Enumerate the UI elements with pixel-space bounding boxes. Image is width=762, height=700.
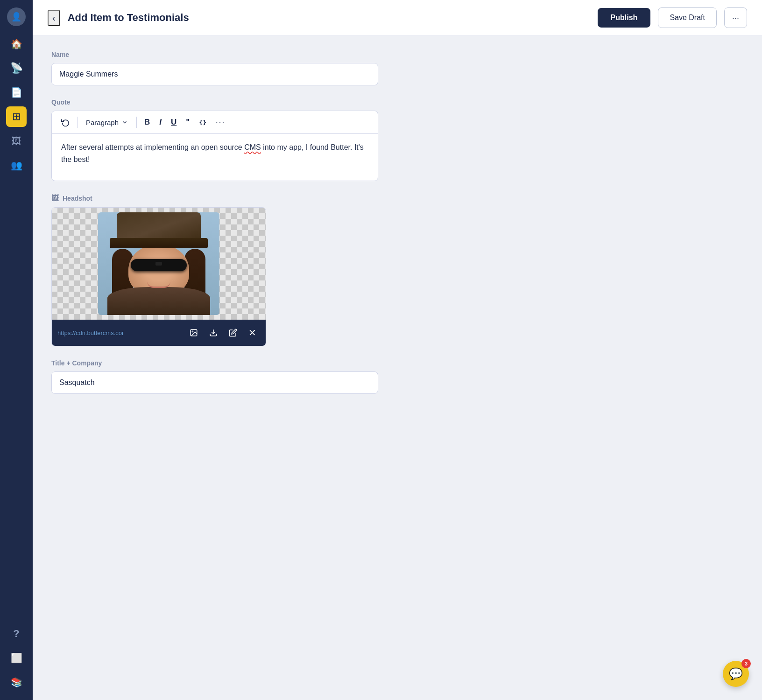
headshot-section: 🖼 Headshot [51, 194, 743, 346]
italic-button[interactable]: I [155, 115, 165, 130]
help-icon: ? [13, 628, 19, 640]
avatar-icon: 👤 [11, 12, 21, 22]
headshot-label-icon: 🖼 [51, 194, 59, 203]
title-company-input[interactable] [51, 371, 378, 394]
rte-toolbar: Paragraph B I U " {} ··· [52, 111, 378, 134]
publish-button[interactable]: Publish [598, 8, 651, 28]
sidebar-item-home[interactable]: 🏠 [6, 34, 27, 54]
toolbar-divider-2 [136, 117, 137, 128]
bold-button[interactable]: B [141, 115, 154, 130]
name-label: Name [51, 51, 743, 58]
title-company-section: Title + Company [51, 359, 743, 394]
sidebar-item-collections[interactable]: ⊞ [6, 106, 27, 127]
sidebar-item-pages[interactable]: 📄 [6, 82, 27, 103]
quote-section: Quote Paragraph [51, 98, 743, 181]
storage-icon: ⬜ [11, 652, 22, 664]
headshot-toolbar: https://cdn.buttercms.cor ✕ [52, 320, 266, 346]
cms-text: CMS [244, 143, 261, 151]
headshot-image-area [52, 208, 266, 320]
chat-widget[interactable]: 💬 3 [723, 661, 749, 687]
sidebar-item-media[interactable]: 🖼 [6, 131, 27, 151]
analytics-icon: 📡 [10, 62, 23, 74]
toolbar-divider-1 [77, 117, 78, 128]
headshot-url: https://cdn.buttercms.cor [57, 329, 182, 336]
rich-text-editor: Paragraph B I U " {} ··· [51, 111, 378, 181]
page-title: Add Item to Testimonials [68, 12, 590, 24]
name-input[interactable] [51, 63, 378, 85]
main-area: ‹ Add Item to Testimonials Publish Save … [33, 0, 762, 700]
chat-badge: 3 [741, 659, 751, 668]
media-icon: 🖼 [12, 136, 21, 147]
headshot-photo [98, 212, 219, 315]
topbar: ‹ Add Item to Testimonials Publish Save … [33, 0, 762, 36]
sidebar-item-help[interactable]: ? [6, 623, 27, 644]
sidebar-item-stacks[interactable]: 📚 [6, 672, 27, 693]
sidebar-item-storage[interactable]: ⬜ [6, 648, 27, 668]
undo-button[interactable] [57, 115, 73, 129]
quote-content-area[interactable]: After several attempts at implementing a… [52, 134, 378, 181]
sidebar-item-analytics[interactable]: 📡 [6, 58, 27, 78]
headshot-remove-button[interactable]: ✕ [245, 324, 260, 341]
quote-label: Quote [51, 98, 743, 106]
headshot-edit-button[interactable] [225, 326, 241, 340]
code-button[interactable]: {} [195, 116, 210, 129]
stacks-icon: 📚 [11, 677, 22, 688]
title-company-label: Title + Company [51, 359, 743, 367]
back-button[interactable]: ‹ [48, 10, 60, 26]
name-section: Name [51, 51, 743, 85]
headshot-upload-button[interactable] [186, 326, 202, 340]
sidebar: 👤 🏠 📡 📄 ⊞ 🖼 👥 ? ⬜ 📚 [0, 0, 33, 700]
save-draft-button[interactable]: Save Draft [658, 7, 717, 28]
headshot-download-button[interactable] [205, 326, 221, 340]
rte-more-button[interactable]: ··· [212, 115, 229, 130]
headshot-container: https://cdn.buttercms.cor ✕ [51, 207, 266, 346]
sidebar-item-users[interactable]: 👥 [6, 155, 27, 175]
underline-button[interactable]: U [167, 115, 180, 130]
svg-point-1 [192, 331, 193, 332]
paragraph-select[interactable]: Paragraph [81, 116, 133, 129]
chat-icon: 💬 [729, 667, 743, 680]
blockquote-button[interactable]: " [182, 115, 193, 130]
home-icon: 🏠 [11, 38, 22, 49]
collections-icon: ⊞ [12, 111, 21, 123]
pages-icon: 📄 [11, 87, 22, 98]
avatar[interactable]: 👤 [7, 7, 26, 26]
headshot-label: 🖼 Headshot [51, 194, 743, 203]
users-icon: 👥 [11, 160, 22, 171]
form-content: Name Quote [33, 36, 762, 700]
more-options-button[interactable]: ··· [724, 7, 747, 28]
